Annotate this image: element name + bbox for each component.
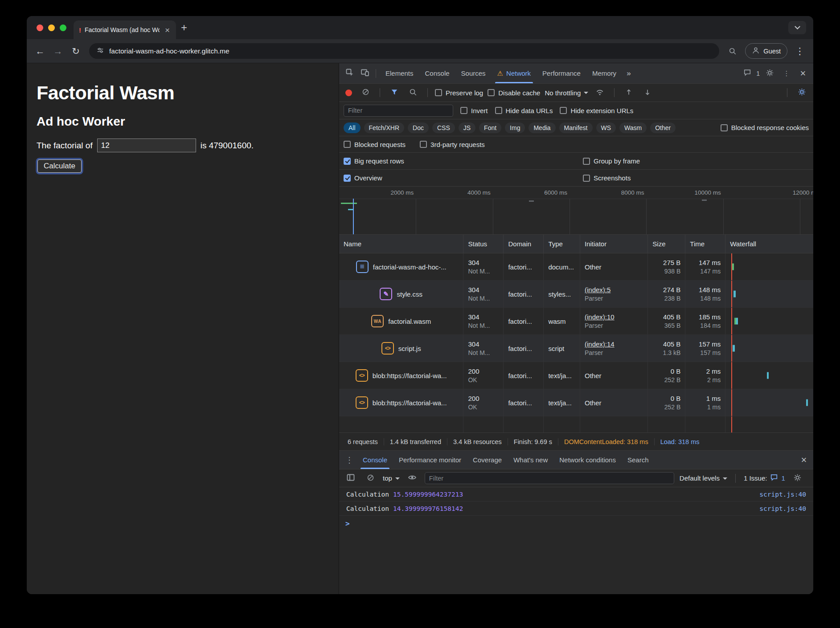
forward-button[interactable]: → xyxy=(50,43,66,59)
filter-chip-ws[interactable]: WS xyxy=(596,122,616,133)
address-bar[interactable]: factorial-wasm-ad-hoc-worker.glitch.me xyxy=(89,43,719,59)
third-party-requests-checkbox[interactable]: 3rd-party requests xyxy=(420,141,485,148)
filter-chip-doc[interactable]: Doc xyxy=(408,122,429,133)
table-row[interactable]: <>blob:https://factorial-wa...200OKfacto… xyxy=(339,362,813,389)
filter-chip-css[interactable]: CSS xyxy=(432,122,455,133)
drawer-tab-console[interactable]: Console xyxy=(357,451,393,469)
preserve-log-checkbox[interactable]: Preserve log xyxy=(435,89,483,97)
log-levels-select[interactable]: Default levels xyxy=(680,474,727,482)
close-window-button[interactable] xyxy=(37,24,43,31)
zoom-icon[interactable] xyxy=(725,43,741,59)
disable-cache-checkbox[interactable]: Disable cache xyxy=(488,89,540,97)
filter-chip-font[interactable]: Font xyxy=(479,122,501,133)
network-settings-gear-icon[interactable] xyxy=(795,86,809,100)
back-button[interactable]: ← xyxy=(32,43,48,59)
table-row[interactable]: <>blob:https://factorial-wa...200OKfacto… xyxy=(339,389,813,416)
factorial-input[interactable] xyxy=(97,139,196,152)
site-info-icon[interactable] xyxy=(96,46,104,56)
table-row[interactable]: WAfactorial.wasm304Not M...factori...was… xyxy=(339,308,813,335)
column-header-time[interactable]: Time xyxy=(685,235,725,253)
filter-chip-wasm[interactable]: Wasm xyxy=(619,122,647,133)
profile-button[interactable]: Guest xyxy=(745,43,787,59)
inspect-element-icon[interactable] xyxy=(343,66,357,81)
filter-chip-img[interactable]: Img xyxy=(505,122,525,133)
drawer-tab-what-s-new[interactable]: What's new xyxy=(508,451,553,469)
devtools-close-icon[interactable]: × xyxy=(796,69,810,78)
source-link[interactable]: script.js:40 xyxy=(759,491,806,498)
blocked-requests-checkbox[interactable]: Blocked requests xyxy=(344,141,406,148)
hide-data-urls-checkbox[interactable]: Hide data URLs xyxy=(495,107,553,114)
filter-icon[interactable] xyxy=(387,86,402,100)
drawer-close-icon[interactable]: × xyxy=(797,455,811,465)
console-message[interactable]: Calculation15.599999964237213script.js:4… xyxy=(339,487,813,502)
filter-chip-all[interactable]: All xyxy=(344,122,361,133)
drawer-tab-performance-monitor[interactable]: Performance monitor xyxy=(393,451,467,469)
filter-chip-js[interactable]: JS xyxy=(459,122,475,133)
settings-gear-icon[interactable] xyxy=(762,66,777,81)
clear-icon[interactable] xyxy=(358,86,373,100)
filter-chip-manifest[interactable]: Manifest xyxy=(559,122,593,133)
calculate-button[interactable]: Calculate xyxy=(37,159,82,173)
filter-chip-media[interactable]: Media xyxy=(529,122,555,133)
console-message[interactable]: Calculation14.399999976158142script.js:4… xyxy=(339,502,813,516)
invert-checkbox[interactable]: Invert xyxy=(460,107,488,114)
devtools-tab-console[interactable]: Console xyxy=(419,63,455,83)
more-tabs-icon[interactable]: » xyxy=(623,69,634,78)
column-header-initiator[interactable]: Initiator xyxy=(580,235,648,253)
eye-icon[interactable] xyxy=(405,471,419,485)
device-toolbar-icon[interactable] xyxy=(358,66,372,81)
console-settings-gear-icon[interactable] xyxy=(791,471,805,485)
throttling-select[interactable]: No throttling xyxy=(545,89,588,97)
tab-search-button[interactable] xyxy=(788,21,806,34)
drawer-tab-coverage[interactable]: Coverage xyxy=(467,451,508,469)
devtools-menu-icon[interactable]: ⋮ xyxy=(779,66,794,81)
table-row[interactable]: <>script.js304Not M...factori...script(i… xyxy=(339,335,813,362)
issues-indicator[interactable]: 1 Issue: 1 xyxy=(744,473,785,483)
search-icon[interactable] xyxy=(406,86,420,100)
devtools-tab-memory[interactable]: Memory xyxy=(586,63,622,83)
zoom-window-button[interactable] xyxy=(60,24,66,31)
minimize-window-button[interactable] xyxy=(48,24,55,31)
hide-extension-urls-checkbox[interactable]: Hide extension URLs xyxy=(560,107,633,114)
console-prompt[interactable]: > xyxy=(339,516,813,531)
column-header-name[interactable]: Name xyxy=(339,235,463,253)
console-clear-icon[interactable] xyxy=(363,471,377,485)
table-row[interactable]: ✎style.css304Not M...factori...styles...… xyxy=(339,281,813,308)
browser-menu-button[interactable]: ⋮ xyxy=(792,43,808,59)
filter-chip-other[interactable]: Other xyxy=(650,122,676,133)
column-header-size[interactable]: Size xyxy=(648,235,685,253)
export-har-icon[interactable] xyxy=(640,86,655,100)
column-header-type[interactable]: Type xyxy=(544,235,580,253)
table-row[interactable]: ≡factorial-wasm-ad-hoc-...304Not M...fac… xyxy=(339,253,813,281)
drawer-tab-search[interactable]: Search xyxy=(622,451,655,469)
big-request-rows-checkbox[interactable]: Big request rows xyxy=(344,157,404,165)
reload-button[interactable]: ↻ xyxy=(68,43,84,59)
column-header-waterfall[interactable]: Waterfall xyxy=(725,235,813,253)
filter-chip-fetch-xhr[interactable]: Fetch/XHR xyxy=(364,122,404,133)
devtools-tab-performance[interactable]: Performance xyxy=(537,63,586,83)
column-header-domain[interactable]: Domain xyxy=(504,235,544,253)
console-sidebar-icon[interactable] xyxy=(344,471,358,485)
network-filter-input[interactable] xyxy=(344,105,453,117)
import-har-icon[interactable] xyxy=(622,86,636,100)
context-selector[interactable]: top xyxy=(383,474,400,482)
screenshots-checkbox[interactable]: Screenshots xyxy=(583,174,631,182)
overview-checkbox[interactable]: Overview xyxy=(344,174,382,182)
new-tab-button[interactable]: + xyxy=(176,20,192,36)
devtools-tab-sources[interactable]: Sources xyxy=(455,63,492,83)
column-header-status[interactable]: Status xyxy=(463,235,504,253)
devtools-tab-network[interactable]: ⚠Network xyxy=(492,63,537,83)
network-overview-timeline[interactable]: 2000 ms4000 ms6000 ms8000 ms10000 ms1200… xyxy=(339,187,813,235)
messages-icon[interactable] xyxy=(740,66,754,81)
group-by-frame-checkbox[interactable]: Group by frame xyxy=(583,157,640,165)
devtools-tab-elements[interactable]: Elements xyxy=(380,63,419,83)
tab-close-icon[interactable]: × xyxy=(163,25,172,35)
drawer-tab-network-conditions[interactable]: Network conditions xyxy=(553,451,622,469)
record-button[interactable] xyxy=(345,90,352,96)
browser-tab[interactable]: ! Factorial Wasm (ad hoc Worker) × xyxy=(74,20,176,39)
blocked-response-cookies-checkbox[interactable]: Blocked response cookies xyxy=(721,124,809,131)
network-conditions-icon[interactable] xyxy=(593,86,607,100)
drawer-menu-icon[interactable]: ⋮ xyxy=(342,455,357,465)
console-filter-input[interactable] xyxy=(425,472,674,484)
source-link[interactable]: script.js:40 xyxy=(759,505,806,512)
